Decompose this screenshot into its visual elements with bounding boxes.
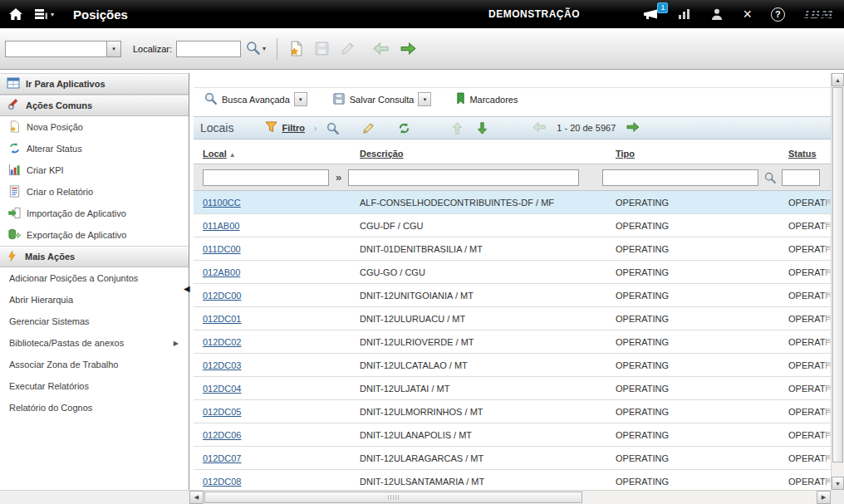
action-relatorio-cognos[interactable]: Relatório do Cognos: [0, 397, 189, 418]
save-query-caret-icon[interactable]: ▾: [418, 92, 431, 106]
column-header-local[interactable]: Local: [203, 149, 227, 159]
local-link[interactable]: 011AB00: [203, 221, 239, 231]
help-icon[interactable]: ?: [771, 7, 785, 22]
localizar-input[interactable]: [176, 41, 241, 57]
sidebar-collapse-handle[interactable]: ◀: [184, 284, 190, 293]
filtro-label[interactable]: Filtro: [282, 123, 305, 133]
next-record-icon[interactable]: [400, 42, 417, 56]
local-link[interactable]: 012DC02: [203, 337, 241, 347]
clear-changes-icon[interactable]: [340, 41, 356, 56]
action-criar-relatorio[interactable]: Criar o Relatório: [0, 181, 189, 203]
advanced-search-button[interactable]: Busca Avançada ▾: [204, 91, 307, 107]
local-link[interactable]: 012DC05: [203, 407, 241, 417]
close-icon[interactable]: ×: [743, 7, 752, 22]
table-row[interactable]: 012DC00DNIT-12UNITGOIANIA / MTOPERATINGO…: [194, 284, 831, 307]
table-row[interactable]: 01100CCALF-CONSELHODECONTRIBUINTES-DF / …: [194, 191, 831, 214]
refresh-icon[interactable]: [397, 121, 411, 135]
table-row[interactable]: 011DC00DNIT-01DENITBRASILIA / MTOPERATIN…: [194, 237, 831, 261]
table-row[interactable]: 012DC01DNIT-12ULURUACU / MTOPERATINGOPER…: [194, 307, 831, 330]
filter-toggle[interactable]: Filtro: [265, 121, 305, 135]
local-link[interactable]: 012DC06: [203, 430, 241, 440]
action-associar-zona[interactable]: Associar Zona de Trabalho: [0, 354, 189, 375]
record-combobox-caret-icon[interactable]: ▾: [106, 42, 120, 56]
action-label: Associar Zona de Trabalho: [9, 360, 118, 369]
clear-filter-icon[interactable]: [361, 121, 375, 135]
search-caret-icon[interactable]: ▾: [263, 45, 266, 52]
table-row[interactable]: 012DC08DNIT-12ULSANTAMARIA / MTOPERATING…: [194, 470, 831, 490]
filter-search-icon[interactable]: [763, 171, 777, 184]
app-title: Posições: [73, 7, 128, 22]
local-link[interactable]: 01100CC: [203, 198, 241, 208]
sidebar-section-common-actions[interactable]: Ações Comuns: [0, 95, 189, 116]
column-header-status[interactable]: Status: [788, 149, 817, 159]
action-nova-posicao[interactable]: Nova Posição: [0, 116, 189, 138]
table-row[interactable]: 012DC03DNIT-12ULCATALAO / MTOPERATINGOPE…: [194, 354, 831, 377]
local-link[interactable]: 012DC00: [203, 291, 241, 301]
action-criar-kpi[interactable]: Criar KPI: [0, 159, 189, 181]
record-combobox-input[interactable]: [6, 42, 106, 56]
table-search-icon[interactable]: [326, 121, 340, 135]
action-gerenciar-sistemas[interactable]: Gerenciar Sistemas: [0, 311, 189, 332]
reports-chart-icon[interactable]: [678, 8, 691, 20]
local-link[interactable]: 012DC03: [203, 360, 241, 370]
new-record-icon[interactable]: [288, 41, 304, 56]
next-page-icon[interactable]: [626, 121, 640, 135]
row-status: OPERATING: [788, 314, 827, 324]
previous-record-icon[interactable]: [372, 42, 390, 56]
scroll-right-icon[interactable]: ▶: [817, 491, 831, 504]
record-combobox[interactable]: ▾: [5, 41, 121, 57]
home-icon[interactable]: [8, 7, 23, 21]
table-row[interactable]: 012DC05DNIT-12ULMORRINHOS / MTOPERATINGO…: [194, 400, 831, 423]
filter-expand-icon[interactable]: »: [336, 171, 341, 183]
action-importacao-aplicativo[interactable]: Importação de Aplicativo: [0, 203, 189, 224]
action-abrir-hierarquia[interactable]: Abrir Hierarquia: [0, 289, 189, 311]
action-adicionar-posicoes[interactable]: Adicionar Posições a Conjuntos: [0, 267, 189, 289]
previous-page-icon[interactable]: [532, 121, 547, 135]
sidebar-section-more-actions[interactable]: Mais Ações: [0, 246, 189, 267]
table-row[interactable]: 012DC06DNIT-12ULANAPOLIS / MTOPERATINGOP…: [194, 423, 831, 447]
local-link[interactable]: 012DC01: [203, 314, 241, 324]
filter-descricao-input[interactable]: [348, 169, 579, 186]
local-link[interactable]: 012DC08: [203, 477, 241, 487]
move-up-icon[interactable]: [451, 121, 464, 135]
vertical-scrollbar[interactable]: ▲ ▼: [831, 73, 844, 490]
table-row[interactable]: 011AB00CGU-DF / CGUOPERATINGOPERATING≡: [194, 214, 831, 237]
search-button[interactable]: ▾: [245, 40, 266, 57]
horizontal-scrollbar[interactable]: ◀ ▶: [189, 490, 831, 504]
save-record-icon[interactable]: [314, 41, 330, 56]
announcements-icon[interactable]: 1: [642, 7, 659, 21]
sort-ascending-icon: ▲: [229, 151, 236, 159]
scroll-down-icon[interactable]: ▼: [832, 477, 844, 490]
table-row[interactable]: 012DC02DNIT-12ULRIOVERDE / MTOPERATINGOP…: [194, 330, 831, 354]
scroll-up-icon[interactable]: ▲: [832, 73, 844, 86]
save-query-button[interactable]: Salvar Consulta ▾: [332, 92, 432, 107]
scroll-left-icon[interactable]: ◀: [189, 491, 204, 504]
column-header-tipo[interactable]: Tipo: [616, 149, 635, 159]
sidebar-section-go-to-apps[interactable]: Ir Para Aplicativos: [0, 73, 189, 95]
goto-menu-icon[interactable]: ▾: [34, 8, 54, 20]
row-descricao: DNIT-12ULMORRINHOS / MT: [360, 407, 616, 417]
local-link[interactable]: 012DC07: [203, 453, 241, 463]
action-exportacao-aplicativo[interactable]: Exportação de Aplicativo: [0, 224, 189, 246]
local-link[interactable]: 011DC00: [203, 244, 241, 254]
filter-status-input[interactable]: [782, 169, 820, 186]
bookmarks-button[interactable]: Marcadores: [456, 92, 518, 106]
column-header-descricao[interactable]: Descrição: [360, 149, 404, 159]
table-row[interactable]: 012DC04DNIT-12ULJATAI / MTOPERATINGOPERA…: [194, 377, 831, 400]
local-link[interactable]: 012AB00: [203, 267, 240, 277]
profile-icon[interactable]: [710, 7, 724, 21]
sidebar-section-title: Ações Comuns: [26, 100, 92, 110]
vertical-scrollbar-thumb[interactable]: [832, 87, 843, 462]
action-executar-relatorios[interactable]: Executar Relatórios: [0, 375, 189, 397]
table-row[interactable]: 012DC07DNIT-12ULARAGARCAS / MTOPERATINGO…: [194, 447, 831, 470]
table-row[interactable]: 012AB00CGU-GO / CGUOPERATINGOPERATING≡: [194, 261, 831, 284]
action-alterar-status[interactable]: Alterar Status: [0, 138, 189, 159]
action-label: Exportação de Aplicativo: [27, 230, 126, 240]
advanced-search-caret-icon[interactable]: ▾: [294, 92, 307, 106]
filter-local-input[interactable]: [203, 169, 329, 186]
action-biblioteca-anexos[interactable]: Biblioteca/Pastas de anexos ▶: [0, 332, 189, 354]
filter-tipo-input[interactable]: [602, 169, 758, 186]
local-link[interactable]: 012DC04: [203, 384, 241, 394]
move-down-icon[interactable]: [476, 121, 488, 135]
horizontal-scrollbar-thumb[interactable]: [204, 492, 582, 503]
